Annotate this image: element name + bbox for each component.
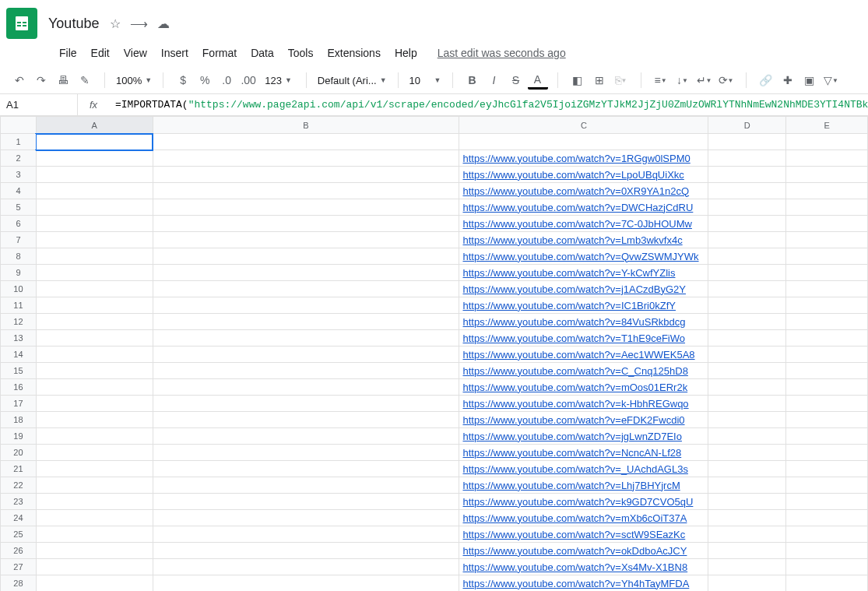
menu-help[interactable]: Help [388,44,423,62]
zoom-select[interactable]: 100%▼ [111,70,156,90]
url-link[interactable]: https://www.youtube.com/watch?v=IC1Bri0k… [462,300,675,311]
cell[interactable] [708,183,786,199]
url-link[interactable]: https://www.youtube.com/watch?v=eFDK2Fwc… [462,414,684,426]
cell[interactable] [708,461,786,477]
cell[interactable] [786,543,868,559]
cell[interactable]: https://www.youtube.com/watch?v=LpoUBqUi… [459,167,708,183]
cell[interactable] [36,167,153,183]
url-link[interactable]: https://www.youtube.com/watch?v=Yh4hTayM… [462,578,689,589]
cell[interactable] [153,330,459,347]
cell[interactable]: https://www.youtube.com/watch?v=k9GD7CVO… [459,494,708,510]
cell[interactable] [153,248,459,265]
cell[interactable] [36,265,153,281]
cell[interactable] [708,526,786,543]
cell[interactable] [153,461,459,477]
cell[interactable]: https://www.youtube.com/watch?v=eFDK2Fwc… [459,412,708,428]
url-link[interactable]: https://www.youtube.com/watch?v=7C-0JbHO… [462,218,691,230]
col-header-D[interactable]: D [708,117,786,134]
cell[interactable] [708,150,786,167]
row-header[interactable]: 21 [1,461,37,477]
cell[interactable] [708,330,786,347]
document-title[interactable]: Youtube [44,14,104,33]
row-header[interactable]: 2 [1,150,37,167]
row-header[interactable]: 15 [1,363,37,379]
col-header-E[interactable]: E [786,117,868,134]
cell[interactable] [153,445,459,461]
cell[interactable] [708,281,786,297]
cell[interactable]: https://www.youtube.com/watch?v=Xs4Mv-X1… [459,559,708,575]
cell[interactable] [36,183,153,199]
row-header[interactable]: 27 [1,559,37,575]
cell[interactable] [153,134,459,150]
cell[interactable] [786,330,868,347]
cell[interactable] [153,510,459,526]
cell[interactable] [708,445,786,461]
text-color-button[interactable]: A [528,72,548,90]
cell[interactable]: https://www.youtube.com/watch?v=NcncAN-L… [459,445,708,461]
cell[interactable] [36,543,153,559]
row-header[interactable]: 24 [1,510,37,526]
cell[interactable] [36,150,153,167]
row-header[interactable]: 17 [1,396,37,412]
cell[interactable] [708,494,786,510]
row-header[interactable]: 14 [1,347,37,363]
url-link[interactable]: https://www.youtube.com/watch?v=LpoUBqUi… [462,169,684,181]
cell[interactable] [36,330,153,347]
text-wrap-button[interactable]: ↵▼ [694,70,715,90]
cell[interactable] [36,232,153,248]
cell[interactable]: https://www.youtube.com/watch?v=Lmb3wkvf… [459,232,708,248]
cell[interactable] [786,248,868,265]
menu-insert[interactable]: Insert [155,44,195,62]
cell[interactable] [153,232,459,248]
cell[interactable] [708,543,786,559]
cell[interactable] [708,510,786,526]
col-header-C[interactable]: C [459,117,708,134]
cell[interactable]: https://www.youtube.com/watch?v=j1ACzdBy… [459,281,708,297]
url-link[interactable]: https://www.youtube.com/watch?v=k9GD7CVO… [462,496,693,508]
cell[interactable] [786,396,868,412]
url-link[interactable]: https://www.youtube.com/watch?v=Y-kCwfYZ… [462,267,675,279]
sheets-logo[interactable] [6,8,37,39]
cell[interactable]: https://www.youtube.com/watch?v=jgLwnZD7… [459,428,708,445]
cell[interactable] [36,477,153,494]
url-link[interactable]: https://www.youtube.com/watch?v=DWCHazjC… [462,202,693,213]
cell[interactable] [36,248,153,265]
cell[interactable] [153,559,459,575]
cell[interactable] [786,183,868,199]
url-link[interactable]: https://www.youtube.com/watch?v=Lmb3wkvf… [462,234,682,246]
cell[interactable] [36,379,153,396]
cell[interactable]: https://www.youtube.com/watch?v=k-HbhREG… [459,396,708,412]
row-header[interactable]: 20 [1,445,37,461]
url-link[interactable]: https://www.youtube.com/watch?v=1RGgw0lS… [462,153,690,164]
cell[interactable]: https://www.youtube.com/watch?v=IC1Bri0k… [459,297,708,314]
fill-color-button[interactable]: ◧ [568,70,588,90]
row-header[interactable]: 23 [1,494,37,510]
row-header[interactable]: 13 [1,330,37,347]
url-link[interactable]: https://www.youtube.com/watch?v=sctW9SEa… [462,529,685,540]
cell[interactable] [153,526,459,543]
row-header[interactable]: 8 [1,248,37,265]
row-header[interactable]: 11 [1,297,37,314]
cell[interactable] [786,314,868,330]
select-all-corner[interactable] [1,117,37,134]
cell[interactable] [786,526,868,543]
cell[interactable] [36,575,153,592]
currency-button[interactable]: $ [173,70,193,90]
paint-format-button[interactable]: ✎ [75,70,95,90]
cell[interactable] [153,314,459,330]
url-link[interactable]: https://www.youtube.com/watch?v=j1ACzdBy… [462,283,686,295]
cell[interactable]: https://www.youtube.com/watch?v=Y-kCwfYZ… [459,265,708,281]
italic-button[interactable]: I [484,70,504,90]
cell[interactable] [708,216,786,232]
cell[interactable] [708,199,786,216]
menu-data[interactable]: Data [244,44,280,62]
col-header-B[interactable]: B [153,117,459,134]
cell[interactable] [708,575,786,592]
more-formats-select[interactable]: 123▼ [260,70,297,90]
url-link[interactable]: https://www.youtube.com/watch?v=Aec1WWEK… [462,349,694,361]
cell[interactable] [153,297,459,314]
cell[interactable] [708,363,786,379]
row-header[interactable]: 10 [1,281,37,297]
url-link[interactable]: https://www.youtube.com/watch?v=C_Cnq125… [462,365,687,377]
cell[interactable] [786,232,868,248]
